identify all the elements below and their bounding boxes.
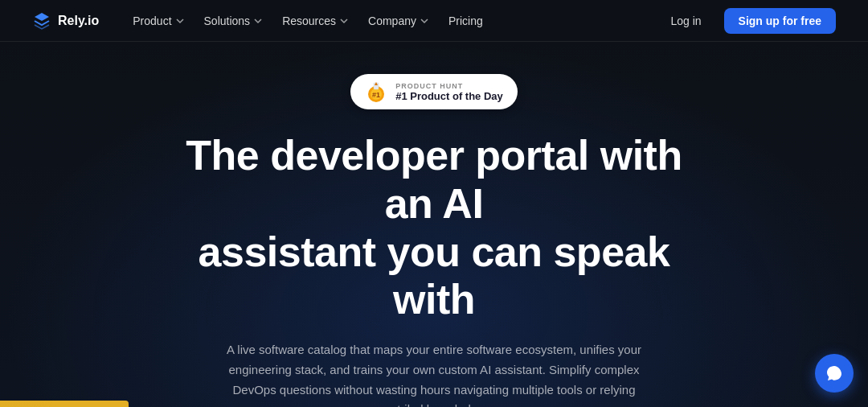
chat-button[interactable] — [815, 354, 854, 393]
badge-label-main: #1 Product of the Day — [395, 90, 503, 102]
hero-section: #1 PRODUCT HUNT #1 Product of the Day Th… — [0, 42, 868, 407]
bottom-hint-bar — [0, 401, 129, 407]
nav-item-pricing[interactable]: Pricing — [440, 10, 491, 32]
nav-left: Rely.io Product Solutions Resources — [32, 10, 491, 32]
hero-title: The developer portal with an AI assistan… — [177, 132, 691, 324]
brand-name: Rely.io — [58, 14, 99, 28]
nav-item-solutions[interactable]: Solutions — [196, 10, 272, 32]
chevron-down-icon — [175, 16, 185, 26]
chat-icon — [825, 364, 843, 382]
chevron-down-icon — [339, 16, 349, 26]
navbar: Rely.io Product Solutions Resources — [0, 0, 868, 42]
nav-links: Product Solutions Resources Company — [125, 10, 490, 32]
medal-icon: #1 — [365, 80, 387, 103]
svg-text:#1: #1 — [372, 91, 380, 99]
nav-item-resources[interactable]: Resources — [274, 10, 357, 32]
badge-label-top: PRODUCT HUNT — [395, 82, 463, 90]
signup-button[interactable]: Sign up for free — [724, 8, 836, 34]
nav-item-product[interactable]: Product — [125, 10, 192, 32]
logo[interactable]: Rely.io — [32, 11, 99, 31]
nav-right: Log in Sign up for free — [661, 8, 836, 34]
chevron-down-icon — [420, 16, 429, 26]
login-button[interactable]: Log in — [661, 10, 710, 32]
logo-icon — [32, 11, 51, 31]
hero-subtitle: A live software catalog that maps your e… — [225, 340, 643, 407]
nav-item-company[interactable]: Company — [360, 10, 437, 32]
product-hunt-badge: #1 PRODUCT HUNT #1 Product of the Day — [350, 74, 518, 109]
badge-content: PRODUCT HUNT #1 Product of the Day — [395, 82, 503, 102]
chevron-down-icon — [253, 16, 263, 26]
